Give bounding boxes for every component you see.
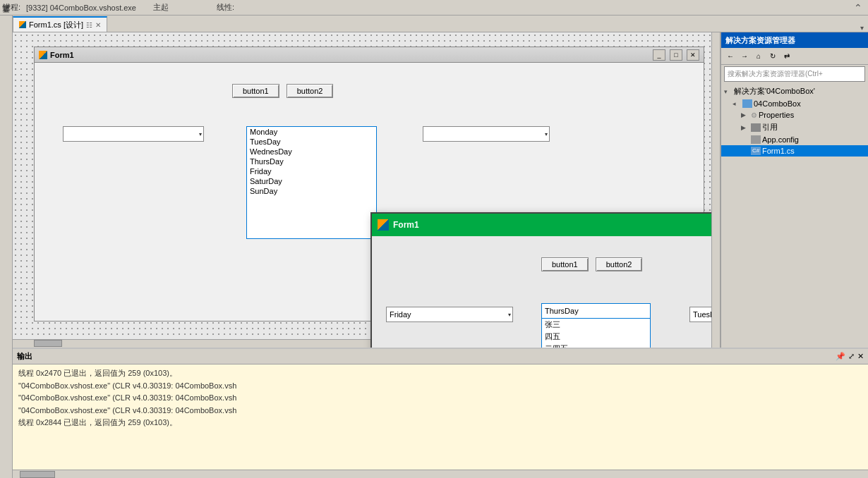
project-label: 04ComboBox (754, 99, 801, 108)
form1-cs-icon: C# (751, 147, 761, 155)
output-h-scrollbar[interactable] (13, 470, 868, 478)
toolbar-refresh-button[interactable]: ↻ (766, 50, 779, 63)
config-label: App.config (762, 135, 799, 144)
runtime-listbox-container: ThursDay 张三 四五 二四五 王五二 张二四 王五 (541, 303, 651, 348)
ref-icon (751, 123, 761, 132)
form-title-bar: Form1 _ □ ✕ (35, 47, 704, 63)
main-label: 主起 (153, 2, 169, 13)
runtime-combo1-value: Friday (390, 310, 411, 319)
output-title: 输出 (17, 351, 32, 362)
toolbar-forward-button[interactable]: → (738, 50, 751, 63)
tab-label: Form1.cs [设计] (29, 20, 83, 30)
tree-references[interactable]: ▶ 引用 (721, 121, 868, 134)
list-item-sunday[interactable]: SunDay (247, 186, 376, 196)
design-button1[interactable]: button1 (232, 84, 279, 98)
tab-bar: Form1.cs [设计] ☷ ✕ ▾ (13, 16, 868, 32)
runtime-list-item-0[interactable]: 张三 (542, 319, 650, 331)
output-move-button[interactable]: ⤢ (848, 352, 855, 361)
tree-app-config[interactable]: App.config (721, 134, 868, 145)
runtime-listbox-title: ThursDay (545, 307, 579, 315)
ref-label: 引用 (762, 122, 778, 133)
output-header: 输出 📌 ⤢ ✕ (13, 349, 868, 364)
combo1-arrow: ▾ (199, 131, 202, 137)
output-scrollbar-thumb[interactable] (20, 471, 55, 478)
design-tab[interactable]: Form1.cs [设计] ☷ ✕ (13, 16, 107, 32)
tree-properties[interactable]: ▶ ⚙ Properties (721, 109, 868, 121)
solution-label: 解决方案'04ComboBox' (734, 86, 815, 97)
design-button2[interactable]: button2 (287, 84, 334, 98)
solution-explorer-toolbar: ← → ⌂ ↻ ⇄ (721, 48, 868, 65)
output-line-4: 线程 0x2844 已退出，返回值为 259 (0x103)。 (18, 417, 862, 429)
runtime-buttons-row: button1 button2 (541, 257, 642, 271)
runtime-listbox[interactable]: 张三 四五 二四五 王五二 张二四 王五 (541, 319, 651, 348)
runtime-combo2[interactable]: TuesDay ▾ (689, 307, 711, 322)
output-line-3: "04ComboBox.vshost.exe" (CLR v4.0.30319:… (18, 405, 862, 417)
form-minimize-button[interactable]: _ (653, 49, 665, 61)
runtime-form-window: Form1 − □ ✕ button1 button2 Friday (370, 212, 711, 348)
form-close-button[interactable]: ✕ (687, 49, 699, 61)
solution-search-bar[interactable]: 搜索解决方案资源管理器(Ctrl+ (724, 66, 865, 82)
toolbar-home-button[interactable]: ⌂ (752, 50, 765, 63)
list-item-tuesday[interactable]: TuesDay (247, 137, 376, 147)
close-tab-button[interactable]: ✕ (95, 21, 101, 29)
h-scrollbar-thumb[interactable] (34, 340, 62, 347)
form-maximize-button[interactable]: □ (670, 49, 682, 61)
runtime-button2[interactable]: button2 (596, 257, 643, 271)
runtime-button1[interactable]: button1 (541, 257, 589, 271)
tab-end-btn[interactable]: ▾ (859, 24, 865, 32)
combo3-arrow: ▾ (545, 131, 548, 137)
left-sidebar: 工具箱 (0, 16, 13, 478)
form-design-icon (39, 51, 47, 59)
design-combo1[interactable]: ▾ (63, 126, 204, 142)
solution-root[interactable]: ▾ 解决方案'04ComboBox' (721, 85, 868, 98)
runtime-combo1[interactable]: Friday ▾ (386, 307, 513, 322)
design-v-scrollbar[interactable] (711, 32, 720, 348)
output-line-1: "04ComboBox.vshost.exe" (CLR v4.0.30319:… (18, 380, 862, 393)
output-close-button[interactable]: ✕ (857, 352, 864, 361)
runtime-combo2-value: TuesDay (693, 310, 711, 319)
runtime-listbox-header[interactable]: ThursDay (541, 303, 651, 319)
list-item-saturday[interactable]: SaturDay (247, 176, 376, 186)
solution-expand-icon: ▾ (724, 88, 733, 95)
pin-button[interactable]: ☷ (86, 21, 92, 29)
runtime-title: Form1 (393, 220, 711, 230)
form-design-title: Form1 (50, 51, 649, 59)
tree-form1-cs[interactable]: C# Form1.cs (721, 145, 868, 157)
toolbar-back-button[interactable]: ← (724, 50, 737, 63)
list-item-thursday[interactable]: ThursDay (247, 157, 376, 166)
solution-search-placeholder: 搜索解决方案资源管理器(Ctrl+ (728, 69, 823, 79)
runtime-list-item-1[interactable]: 四五 (542, 331, 650, 343)
linear-label: 线性: (217, 2, 234, 13)
list-item-wednesday[interactable]: WednesDay (247, 147, 376, 157)
list-item-friday[interactable]: Friday (247, 166, 376, 176)
runtime-list-item-2[interactable]: 二四五 (542, 343, 650, 348)
toolbar-sync-button[interactable]: ⇄ (780, 50, 793, 63)
tab-end-controls: ▾ (859, 24, 868, 32)
runtime-icon (378, 219, 389, 231)
tab-icon (19, 21, 26, 28)
list-item-monday[interactable]: Monday (247, 127, 376, 137)
properties-label: Properties (759, 111, 794, 119)
properties-icon: ⚙ (751, 111, 757, 119)
runtime-combo1-arrow: ▾ (508, 312, 511, 318)
main-area: Form1.cs [设计] ☷ ✕ ▾ Form1 _ (13, 16, 868, 478)
expand-icon: ⌃ (854, 2, 862, 13)
design-canvas: Form1 _ □ ✕ button1 button2 (13, 32, 711, 348)
output-pin-button[interactable]: 📌 (836, 352, 845, 361)
work-area: Form1 _ □ ✕ button1 button2 (13, 32, 868, 348)
project-node[interactable]: ◂ 04ComboBox (721, 98, 868, 109)
top-bar: 进程: [9332] 04ComboBox.vshost.exe 主起 线性: … (0, 0, 868, 16)
solution-tree: ▾ 解决方案'04ComboBox' ◂ 04ComboBox ▶ ⚙ Prop… (721, 83, 868, 348)
config-icon (751, 135, 761, 144)
output-line-2: "04ComboBox.vshost.exe" (CLR v4.0.30319:… (18, 392, 862, 405)
runtime-body: button1 button2 Friday ▾ ThursDay (372, 236, 711, 348)
runtime-title-bar: Form1 − □ ✕ (372, 214, 711, 236)
form1-cs-label: Form1.cs (762, 147, 795, 155)
buttons-row: button1 button2 (232, 84, 333, 98)
design-combo3[interactable]: ▾ (423, 126, 550, 142)
process-label: 进程: (3, 2, 20, 13)
output-line-0: 线程 0x2470 已退出，返回值为 259 (0x103)。 (18, 367, 862, 380)
ide-container: 工具箱 Form1.cs [设计] ☷ ✕ ▾ (0, 16, 868, 478)
design-listbox[interactable]: Monday TuesDay WednesDay ThursDay Friday… (246, 126, 377, 239)
solution-explorer-header: 解决方案资源管理器 (721, 32, 868, 48)
